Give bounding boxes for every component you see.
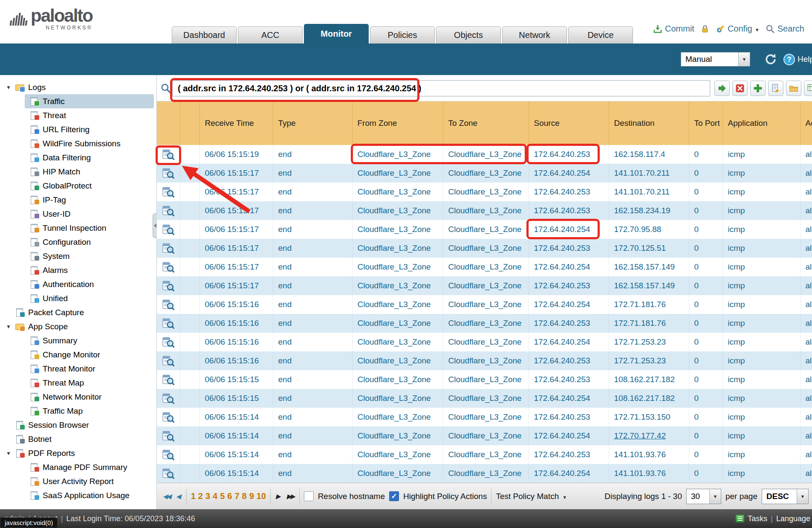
cell-destination[interactable]: 141.101.93.76 <box>609 445 689 464</box>
log-detail-magnifier-icon[interactable] <box>162 243 174 252</box>
cell-receive-time[interactable]: 06/06 15:15:16 <box>199 295 273 314</box>
clear-filter-button[interactable] <box>732 81 748 96</box>
next-page-button[interactable] <box>275 493 282 500</box>
page-number-7[interactable]: 7 <box>234 491 239 501</box>
cell-receive-time[interactable]: 06/06 15:15:16 <box>199 333 273 351</box>
cell-action[interactable]: allow <box>800 220 812 239</box>
cell-to-zone[interactable]: Cloudflare_L3_Zone <box>443 201 529 220</box>
apply-filter-button[interactable] <box>714 81 730 96</box>
cell-source[interactable]: 172.64.240.254 <box>529 464 609 483</box>
cell-from-zone[interactable]: Cloudflare_L3_Zone <box>352 258 443 276</box>
cell-from-zone[interactable]: Cloudflare_L3_Zone <box>352 426 443 445</box>
cell-application[interactable]: icmp <box>722 370 800 389</box>
cell-to-port[interactable]: 0 <box>689 408 722 426</box>
cell-to-port[interactable]: 0 <box>689 258 722 276</box>
log-detail-magnifier-icon[interactable] <box>162 206 174 215</box>
cell-to-port[interactable]: 0 <box>689 314 722 333</box>
highlight-policy-actions-checkbox[interactable] <box>389 491 399 501</box>
cell-receive-time[interactable]: 06/06 15:15:19 <box>199 145 273 164</box>
page-number-5[interactable]: 5 <box>220 491 225 501</box>
cell-to-port[interactable]: 0 <box>689 295 722 314</box>
cell-destination[interactable]: 141.101.70.211 <box>609 164 689 183</box>
col-header-to-port[interactable]: To Port <box>689 102 722 145</box>
cell-application[interactable]: icmp <box>722 201 800 220</box>
cell-action[interactable]: allow <box>800 351 812 370</box>
page-number-8[interactable]: 8 <box>242 491 247 501</box>
sidebar-item-pdf-reports[interactable]: PDF Reports <box>6 446 154 460</box>
cell-type[interactable]: end <box>273 145 352 164</box>
sidebar-item-wildfire-submissions[interactable]: WildFire Submissions <box>25 136 154 151</box>
cell-source[interactable]: 172.64.240.253 <box>529 351 609 370</box>
cell-application[interactable]: icmp <box>722 314 800 333</box>
tab-monitor[interactable]: Monitor <box>304 24 369 44</box>
cell-destination[interactable]: 162.158.157.149 <box>609 276 689 295</box>
cell-application[interactable]: icmp <box>722 183 800 201</box>
log-detail-magnifier-icon[interactable] <box>162 149 174 158</box>
cell-to-port[interactable]: 0 <box>689 164 722 183</box>
cell-to-port[interactable]: 0 <box>689 464 722 483</box>
expander-icon[interactable] <box>6 84 15 90</box>
cell-receive-time[interactable]: 06/06 15:15:16 <box>199 314 273 333</box>
cell-type[interactable]: end <box>273 295 352 314</box>
cell-source[interactable]: 172.64.240.254 <box>529 164 609 183</box>
cell-to-port[interactable]: 0 <box>689 426 722 445</box>
sidebar-item-app-scope[interactable]: App Scope <box>6 319 154 334</box>
sidebar-item-configuration[interactable]: Configuration <box>25 235 154 249</box>
cell-source[interactable]: 172.64.240.253 <box>529 145 609 164</box>
cell-type[interactable]: end <box>273 183 352 201</box>
per-page-select[interactable]: 30 <box>686 489 721 504</box>
cell-destination[interactable]: 172.70.125.51 <box>609 239 689 258</box>
tab-objects[interactable]: Objects <box>436 26 501 44</box>
cell-to-port[interactable]: 0 <box>689 145 722 164</box>
cell-to-port[interactable]: 0 <box>689 333 722 351</box>
save-filter-button[interactable] <box>768 81 783 96</box>
test-policy-match-button[interactable]: Test Policy Match <box>496 492 567 501</box>
filter-query-input[interactable] <box>172 80 710 96</box>
cell-receive-time[interactable]: 06/06 15:15:17 <box>199 201 273 220</box>
cell-application[interactable]: icmp <box>722 464 800 483</box>
cell-from-zone[interactable]: Cloudflare_L3_Zone <box>352 164 443 183</box>
cell-application[interactable]: icmp <box>722 426 800 445</box>
cell-application[interactable]: icmp <box>722 276 800 295</box>
cell-type[interactable]: end <box>273 464 352 483</box>
log-detail-magnifier-icon[interactable] <box>162 281 174 290</box>
cell-destination[interactable]: 172.70.95.88 <box>609 220 689 239</box>
cell-from-zone[interactable]: Cloudflare_L3_Zone <box>352 220 443 239</box>
cell-receive-time[interactable]: 06/06 15:15:16 <box>199 351 273 370</box>
cell-type[interactable]: end <box>273 239 352 258</box>
sidebar-item-user-id[interactable]: User-ID <box>25 207 154 221</box>
cell-type[interactable]: end <box>273 408 352 426</box>
sidebar-item-network-monitor[interactable]: Network Monitor <box>25 390 154 404</box>
lock-icon[interactable] <box>700 24 710 34</box>
cell-action[interactable]: allow <box>800 201 812 220</box>
page-number-1[interactable]: 1 <box>191 491 196 501</box>
log-detail-magnifier-icon[interactable] <box>162 224 174 233</box>
cell-application[interactable]: icmp <box>722 145 800 164</box>
sidebar-item-data-filtering[interactable]: Data Filtering <box>25 151 154 165</box>
cell-to-zone[interactable]: Cloudflare_L3_Zone <box>443 314 529 333</box>
refresh-icon[interactable] <box>764 52 777 66</box>
sidebar-item-tunnel-inspection[interactable]: Tunnel Inspection <box>25 221 154 235</box>
tab-dashboard[interactable]: Dashboard <box>172 26 237 44</box>
sidebar-item-change-monitor[interactable]: Change Monitor <box>25 348 154 362</box>
sort-order-select[interactable]: DESC <box>762 489 809 504</box>
sidebar-item-system[interactable]: System <box>25 249 154 263</box>
cell-destination[interactable]: 108.162.217.182 <box>609 389 689 408</box>
cell-action[interactable]: allow <box>800 389 812 408</box>
cell-action[interactable]: allow <box>800 464 812 483</box>
sidebar-item-threat[interactable]: Threat <box>25 108 154 122</box>
cell-to-zone[interactable]: Cloudflare_L3_Zone <box>443 276 529 295</box>
sidebar-item-traffic[interactable]: Traffic <box>25 94 154 108</box>
log-detail-magnifier-icon[interactable] <box>162 318 174 327</box>
page-number-4[interactable]: 4 <box>213 491 217 501</box>
tab-acc[interactable]: ACC <box>238 26 303 44</box>
cell-destination[interactable]: 172.70.177.42 <box>609 426 689 445</box>
cell-to-port[interactable]: 0 <box>689 351 722 370</box>
page-number-3[interactable]: 3 <box>205 491 210 501</box>
help-label[interactable]: Help <box>798 55 812 64</box>
expander-icon[interactable] <box>6 324 15 330</box>
page-number-10[interactable]: 10 <box>257 491 266 501</box>
col-header-destination[interactable]: Destination <box>609 102 689 145</box>
sidebar-item-manage-pdf-summary[interactable]: Manage PDF Summary <box>25 460 154 474</box>
cell-action[interactable]: allow <box>800 370 812 389</box>
